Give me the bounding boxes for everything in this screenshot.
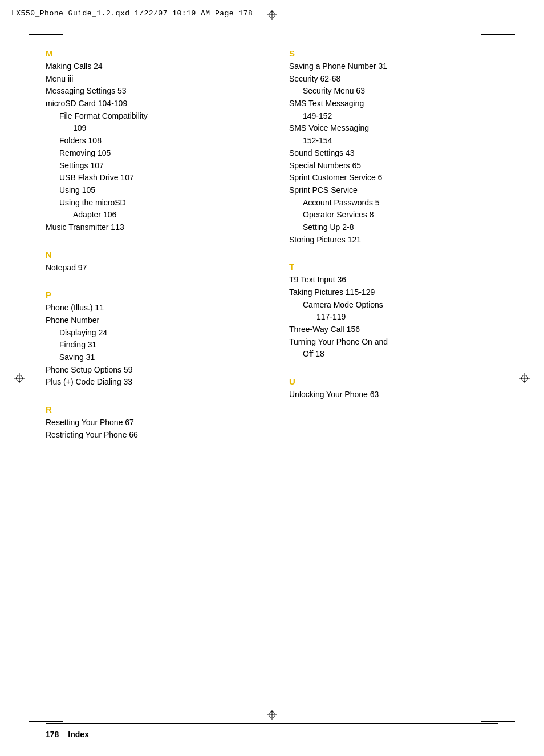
index-entry: Phone (Illus.) 11 bbox=[46, 302, 255, 314]
index-entry: Setting Up 2-8 bbox=[289, 221, 498, 234]
index-entry: Taking Pictures 115-129 bbox=[289, 286, 498, 299]
section-m: MMaking Calls 24Menu iiiMessaging Settin… bbox=[46, 48, 255, 234]
section-header-m: M bbox=[46, 48, 255, 58]
content: MMaking Calls 24Menu iiiMessaging Settin… bbox=[46, 48, 498, 699]
index-entry: Messaging Settings 53 bbox=[46, 85, 255, 98]
index-entry: Saving 31 bbox=[46, 351, 255, 364]
right-border bbox=[515, 27, 515, 729]
index-entry: Security 62-68 bbox=[289, 73, 498, 86]
index-entry: Adapter 106 bbox=[46, 209, 255, 221]
left-column: MMaking Calls 24Menu iiiMessaging Settin… bbox=[46, 48, 272, 699]
index-entry: Sprint Customer Service 6 bbox=[289, 172, 498, 184]
index-entry: Phone Setup Options 59 bbox=[46, 364, 255, 377]
reg-mark-bottom bbox=[265, 708, 279, 722]
index-entry: Special Numbers 65 bbox=[289, 160, 498, 172]
index-entry: Turning Your Phone On and bbox=[289, 336, 498, 349]
footer: 178 Index bbox=[46, 723, 498, 739]
index-entry: 109 bbox=[46, 122, 255, 135]
index-entry: Notepad 97 bbox=[46, 262, 255, 274]
index-entry: SMS Voice Messaging bbox=[289, 122, 498, 135]
section-t: TT9 Text Input 36Taking Pictures 115-129… bbox=[289, 262, 498, 361]
index-entry: Sprint PCS Service bbox=[289, 184, 498, 197]
top-line-left bbox=[29, 34, 63, 35]
footer-page-number: 178 bbox=[46, 730, 59, 739]
index-entry: Operator Services 8 bbox=[289, 209, 498, 221]
index-entry: Security Menu 63 bbox=[289, 85, 498, 98]
index-entry: USB Flash Drive 107 bbox=[46, 172, 255, 184]
section-n: NNotepad 97 bbox=[46, 250, 255, 274]
index-entry: Sound Settings 43 bbox=[289, 147, 498, 160]
bottom-line-right bbox=[481, 721, 515, 722]
index-entry: Off 18 bbox=[289, 348, 498, 361]
index-entry: Saving a Phone Number 31 bbox=[289, 60, 498, 73]
index-entry: 152-154 bbox=[289, 135, 498, 147]
index-entry: 117-119 bbox=[289, 311, 498, 324]
index-entry: Folders 108 bbox=[46, 135, 255, 147]
section-r: RResetting Your Phone 67Restricting Your… bbox=[46, 405, 255, 441]
index-entry: Three-Way Call 156 bbox=[289, 324, 498, 336]
index-entry: File Format Compatibility bbox=[46, 110, 255, 123]
page: LX550_Phone Guide_1.2.qxd 1/22/07 10:19 … bbox=[0, 0, 544, 756]
section-header-n: N bbox=[46, 250, 255, 260]
index-entry: Restricting Your Phone 66 bbox=[46, 429, 255, 442]
reg-mark-right bbox=[518, 371, 531, 385]
index-entry: Settings 107 bbox=[46, 160, 255, 172]
section-p: PPhone (Illus.) 11Phone NumberDisplaying… bbox=[46, 290, 255, 389]
index-entry: Removing 105 bbox=[46, 147, 255, 160]
index-entry: Making Calls 24 bbox=[46, 60, 255, 73]
index-entry: Resetting Your Phone 67 bbox=[46, 417, 255, 429]
index-entry: Phone Number bbox=[46, 314, 255, 327]
index-entry: Unlocking Your Phone 63 bbox=[289, 389, 498, 401]
section-header-p: P bbox=[46, 290, 255, 300]
section-s: SSaving a Phone Number 31Security 62-68S… bbox=[289, 48, 498, 246]
index-entry: Using the microSD bbox=[46, 197, 255, 209]
reg-mark-left bbox=[13, 371, 26, 385]
index-entry: T9 Text Input 36 bbox=[289, 274, 498, 286]
top-line-right bbox=[481, 34, 515, 35]
section-u: UUnlocking Your Phone 63 bbox=[289, 377, 498, 401]
section-header-r: R bbox=[46, 405, 255, 414]
index-entry: 149-152 bbox=[289, 110, 498, 123]
index-entry: Camera Mode Options bbox=[289, 299, 498, 312]
header-text: LX550_Phone Guide_1.2.qxd 1/22/07 10:19 … bbox=[11, 9, 253, 18]
bottom-line-left bbox=[29, 721, 63, 722]
right-column: SSaving a Phone Number 31Security 62-68S… bbox=[272, 48, 498, 699]
section-header-t: T bbox=[289, 262, 498, 272]
index-entry: Finding 31 bbox=[46, 339, 255, 351]
left-border bbox=[29, 27, 29, 729]
index-entry: Music Transmitter 113 bbox=[46, 221, 255, 234]
reg-mark-top bbox=[265, 8, 279, 22]
footer-label: Index bbox=[68, 730, 89, 739]
section-header-u: U bbox=[289, 377, 498, 386]
index-entry: Plus (+) Code Dialing 33 bbox=[46, 376, 255, 389]
index-entry: Displaying 24 bbox=[46, 327, 255, 339]
index-entry: microSD Card 104-109 bbox=[46, 98, 255, 110]
index-entry: Storing Pictures 121 bbox=[289, 234, 498, 246]
section-header-s: S bbox=[289, 48, 498, 58]
index-entry: SMS Text Messaging bbox=[289, 98, 498, 110]
index-entry: Account Passwords 5 bbox=[289, 197, 498, 209]
index-entry: Menu iii bbox=[46, 73, 255, 86]
index-entry: Using 105 bbox=[46, 184, 255, 197]
